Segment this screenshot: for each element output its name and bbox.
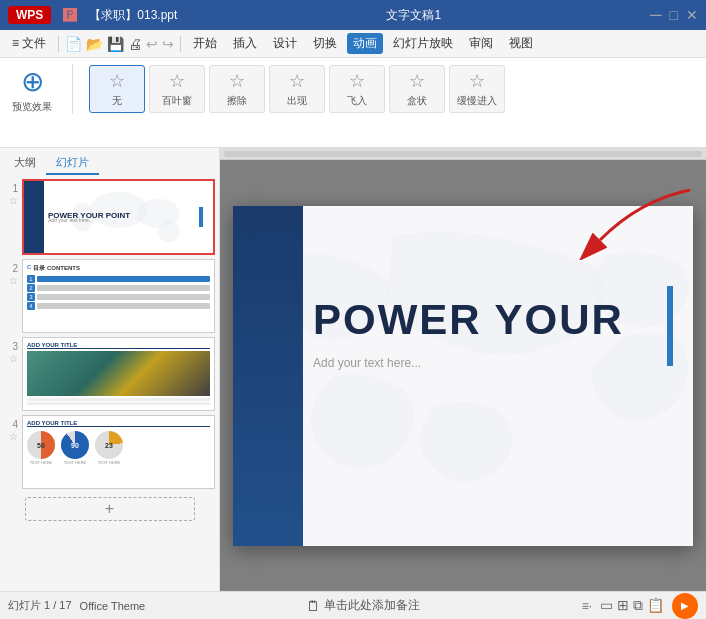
anim-fly-label: 飞入 bbox=[347, 94, 367, 108]
slide-num-3: 3 bbox=[4, 337, 18, 352]
wps-logo: WPS bbox=[8, 6, 51, 24]
anim-fly-icon: ☆ bbox=[349, 70, 365, 92]
slide4-title: ADD YOUR TITLE bbox=[27, 420, 210, 427]
slide2-item4-num: 4 bbox=[27, 302, 35, 310]
anim-slow[interactable]: ☆ 缓慢进入 bbox=[449, 65, 505, 113]
anim-slow-icon: ☆ bbox=[469, 70, 485, 92]
slide-thumb-2[interactable]: C 目录 CONTENTS 1 2 3 bbox=[22, 259, 215, 333]
animation-row: ☆ 无 ☆ 百叶窗 ☆ 擦除 ☆ 出现 ☆ 飞入 bbox=[89, 65, 505, 113]
menu-insert[interactable]: 插入 bbox=[227, 33, 263, 54]
slide4-circles: 50 TEXT HERE 90 TEXT HERE 23 bbox=[27, 431, 210, 465]
menu-transition[interactable]: 切换 bbox=[307, 33, 343, 54]
status-right: ≡· ▭ ⊞ ⧉ 📋 ▶ bbox=[582, 593, 698, 619]
tab-outline[interactable]: 大纲 bbox=[4, 152, 46, 175]
slide2-title-text: 目录 CONTENTS bbox=[33, 264, 80, 273]
menu-divider bbox=[58, 36, 59, 52]
tab-slides[interactable]: 幻灯片 bbox=[46, 152, 99, 175]
anim-blinds[interactable]: ☆ 百叶窗 bbox=[149, 65, 205, 113]
anim-appear-icon: ☆ bbox=[289, 70, 305, 92]
panel-tabs: 大纲 幻灯片 bbox=[4, 152, 215, 175]
add-slide-area: + bbox=[4, 497, 215, 521]
anim-fly[interactable]: ☆ 飞入 bbox=[329, 65, 385, 113]
slide-item-3: 3 ☆ ADD YOUR TITLE bbox=[4, 337, 215, 411]
toolbar-undo[interactable]: ↩ bbox=[146, 36, 158, 52]
toolbar-open[interactable]: 📂 bbox=[86, 36, 103, 52]
slide2-item1-num: 1 bbox=[27, 275, 35, 283]
minimize-icon[interactable]: ─ bbox=[650, 6, 661, 24]
slide2-bar2 bbox=[37, 285, 210, 291]
menu-animation[interactable]: 动画 bbox=[347, 33, 383, 54]
slide-thumb-1[interactable]: POWER YOUR POINT Add your text here... bbox=[22, 179, 215, 255]
main-slide: POWER YOUR Add your text here... bbox=[233, 206, 693, 546]
toolbar-redo[interactable]: ↪ bbox=[162, 36, 174, 52]
menu-design[interactable]: 设计 bbox=[267, 33, 303, 54]
slide2-bar1 bbox=[37, 276, 210, 282]
note-icon: 🗒 bbox=[306, 598, 320, 614]
normal-view-icon[interactable]: ▭ bbox=[600, 597, 613, 614]
window-controls: ─ □ ✕ bbox=[650, 6, 698, 24]
slide-thumb-3[interactable]: ADD YOUR TITLE bbox=[22, 337, 215, 411]
maximize-icon[interactable]: □ bbox=[670, 7, 678, 23]
menu-view[interactable]: 视图 bbox=[503, 33, 539, 54]
toolbar-new[interactable]: 📄 bbox=[65, 36, 82, 52]
menu-bar: ≡ 文件 📄 📂 💾 🖨 ↩ ↪ 开始 插入 设计 切换 动画 幻灯片放映 审阅… bbox=[0, 30, 706, 58]
slide1-accent bbox=[199, 207, 203, 227]
slide3-line1 bbox=[27, 398, 210, 401]
h-scrollbar-track[interactable] bbox=[224, 151, 702, 157]
main-slide-subtitle: Add your text here... bbox=[313, 356, 421, 370]
outline-icon[interactable]: ≡· bbox=[582, 599, 592, 613]
anim-appear-label: 出现 bbox=[287, 94, 307, 108]
menu-review[interactable]: 审阅 bbox=[463, 33, 499, 54]
toolbar-print[interactable]: 🖨 bbox=[128, 36, 142, 52]
anim-box-icon: ☆ bbox=[409, 70, 425, 92]
anim-appear[interactable]: ☆ 出现 bbox=[269, 65, 325, 113]
preview-button[interactable]: ⊕ 预览效果 bbox=[8, 65, 56, 114]
status-bar: 幻灯片 1 / 17 Office Theme 🗒 单击此处添加备注 ≡· ▭ … bbox=[0, 591, 706, 619]
main-slide-title: POWER YOUR bbox=[313, 296, 624, 344]
slide2-header: C 目录 CONTENTS bbox=[27, 264, 210, 273]
main-accent-bar bbox=[667, 286, 673, 366]
slide-star-2: ☆ bbox=[9, 275, 18, 286]
menu-start[interactable]: 开始 bbox=[187, 33, 223, 54]
notes-view-icon[interactable]: 📋 bbox=[647, 597, 664, 614]
close-icon[interactable]: ✕ bbox=[686, 7, 698, 23]
slide2-bar4 bbox=[37, 303, 210, 309]
slide2-item2-num: 2 bbox=[27, 284, 35, 292]
play-button[interactable]: ▶ bbox=[672, 593, 698, 619]
anim-none[interactable]: ☆ 无 bbox=[89, 65, 145, 113]
menu-divider2 bbox=[180, 36, 181, 52]
toolbar-save[interactable]: 💾 bbox=[107, 36, 124, 52]
anim-blinds-icon: ☆ bbox=[169, 70, 185, 92]
title-bar: WPS 🅿 【求职】013.ppt 文字文稿1 ─ □ ✕ bbox=[0, 0, 706, 30]
ribbon: ⊕ 预览效果 ☆ 无 ☆ 百叶窗 ☆ 擦除 ☆ bbox=[0, 58, 706, 148]
add-note-label: 单击此处添加备注 bbox=[324, 597, 420, 614]
slide1-content: POWER YOUR POINT Add your text here... bbox=[24, 181, 213, 253]
doc-title: 【求职】013.ppt bbox=[89, 7, 177, 24]
note-area: 🗒 单击此处添加备注 bbox=[153, 597, 573, 614]
slide2-c-label: C bbox=[27, 264, 31, 273]
preview-icon: ⊕ bbox=[21, 65, 44, 98]
status-left: 幻灯片 1 / 17 Office Theme bbox=[8, 598, 145, 613]
menu-file[interactable]: ≡ 文件 bbox=[6, 33, 52, 54]
anim-none-icon: ☆ bbox=[109, 70, 125, 92]
anim-wipe[interactable]: ☆ 擦除 bbox=[209, 65, 265, 113]
slide-num-2: 2 bbox=[4, 259, 18, 274]
reader-view-icon[interactable]: ⧉ bbox=[633, 597, 643, 614]
slide1-blue-bar bbox=[24, 181, 44, 253]
preview-label: 预览效果 bbox=[12, 100, 52, 114]
grid-view-icon[interactable]: ⊞ bbox=[617, 597, 629, 614]
slide-thumb-4[interactable]: ADD YOUR TITLE 50 TEXT HERE 90 bbox=[22, 415, 215, 489]
menu-slideshow[interactable]: 幻灯片放映 bbox=[387, 33, 459, 54]
anim-box[interactable]: ☆ 盒状 bbox=[389, 65, 445, 113]
slide-canvas[interactable]: POWER YOUR Add your text here... bbox=[220, 160, 706, 591]
slide1-subtitle: Add your text here... bbox=[48, 217, 93, 223]
slide-num-4: 4 bbox=[4, 415, 18, 430]
slide4-circle2: 90 bbox=[61, 431, 89, 459]
ribbon-content: ⊕ 预览效果 ☆ 无 ☆ 百叶窗 ☆ 擦除 ☆ bbox=[0, 58, 706, 120]
slide3-content: ADD YOUR TITLE bbox=[23, 338, 214, 410]
slide4-circle1: 50 bbox=[27, 431, 55, 459]
add-slide-button[interactable]: + bbox=[25, 497, 195, 521]
add-note-bar[interactable]: 🗒 单击此处添加备注 bbox=[306, 597, 420, 614]
h-scrollbar[interactable] bbox=[220, 148, 706, 160]
animation-group: ☆ 无 ☆ 百叶窗 ☆ 擦除 ☆ 出现 ☆ 飞入 bbox=[89, 65, 505, 113]
